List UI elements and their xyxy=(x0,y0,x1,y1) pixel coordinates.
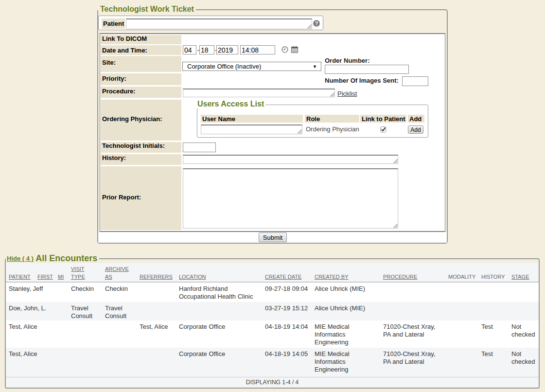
svg-text:?: ? xyxy=(315,20,318,26)
